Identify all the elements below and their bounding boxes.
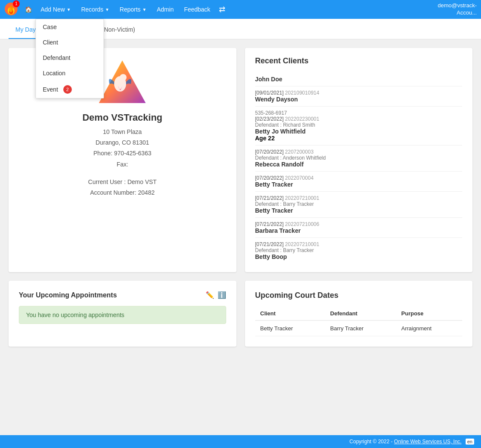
edit-icon[interactable]: ✏️ xyxy=(206,291,214,299)
col-defendant: Defendant xyxy=(325,307,396,320)
menu-item-defendant[interactable]: Defendant xyxy=(36,50,103,65)
menu-item-case[interactable]: Case xyxy=(36,19,103,35)
add-new-menu: Case Client Defendant Location Event 2 xyxy=(35,19,104,98)
language-selector[interactable]: en xyxy=(466,439,474,445)
court-dates-card: Upcoming Court Dates Client Defendant Pu… xyxy=(245,281,473,347)
menu-item-client[interactable]: Client xyxy=(36,35,103,50)
list-item[interactable]: [07/20/2022] 2022070004 Betty Tracker xyxy=(255,172,463,192)
event-badge: 2 xyxy=(63,85,72,94)
list-item[interactable]: [07/21/2022] 202207210001 Defendant : Ba… xyxy=(255,192,463,218)
reports-arrow-icon: ▼ xyxy=(142,7,147,12)
org-meta: Current User : Demo VST Account Number: … xyxy=(88,177,156,198)
list-item[interactable]: [07/21/2022] 202207210006 Barbara Tracke… xyxy=(255,218,463,238)
menu-item-event[interactable]: Event 2 xyxy=(36,81,103,98)
records-arrow-icon: ▼ xyxy=(105,7,109,12)
transfer-icon: ⇄ xyxy=(219,5,225,14)
list-item[interactable]: 535-268-6917 [02/23/2022] 202202230001 D… xyxy=(255,107,463,145)
table-row[interactable]: Betty Tracker Barry Tracker Arraignment xyxy=(255,320,463,336)
org-name: Demo VSTracking xyxy=(83,112,162,123)
transfer-button[interactable]: ⇄ xyxy=(215,0,229,19)
no-appointments-message: You have no upcoming appointments xyxy=(19,306,226,324)
user-email: demo@vstrack- xyxy=(438,2,477,9)
user-info[interactable]: demo@vstrack- Accou... xyxy=(438,2,477,17)
user-account: Accou... xyxy=(438,9,477,17)
records-nav[interactable]: Records ▼ xyxy=(76,0,115,19)
col-client: Client xyxy=(255,307,325,320)
court-dates-title: Upcoming Court Dates xyxy=(255,291,463,300)
add-new-arrow-icon: ▼ xyxy=(67,7,71,12)
list-item[interactable]: John Doe xyxy=(255,72,463,86)
recent-clients-title: Recent Clients xyxy=(255,56,463,65)
appointments-title: Your Upcoming Appointments xyxy=(19,291,117,299)
org-logo xyxy=(97,58,148,105)
app-logo[interactable]: 1 xyxy=(4,2,18,17)
court-dates-table: Client Defendant Purpose Betty Tracker B… xyxy=(255,307,463,336)
list-item[interactable]: [09/01/2021] 202109010914 Wendy Dayson xyxy=(255,86,463,107)
admin-nav[interactable]: Admin xyxy=(152,0,179,19)
footer-link[interactable]: Online Web Services US, Inc. xyxy=(394,439,462,445)
list-item[interactable]: [07/21/2022] 202207210001 Defendant : Ba… xyxy=(255,238,463,264)
svg-point-4 xyxy=(9,8,12,12)
svg-point-8 xyxy=(120,74,127,81)
feedback-nav[interactable]: Feedback xyxy=(179,0,215,19)
bottom-row: Your Upcoming Appointments ✏️ ℹ️ You hav… xyxy=(9,281,472,347)
add-new-dropdown[interactable]: Add New ▼ Case Client Defendant Location… xyxy=(35,0,76,19)
appointments-header: Your Upcoming Appointments ✏️ ℹ️ xyxy=(19,291,226,299)
home-icon: 🏠 xyxy=(25,6,32,13)
recent-clients-card: Recent Clients John Doe [09/01/2021] 202… xyxy=(245,48,473,272)
notification-badge: 1 xyxy=(13,0,20,7)
org-address: 10 Town Plaza Durango, CO 81301 Phone: 9… xyxy=(94,127,151,170)
appointments-actions: ✏️ ℹ️ xyxy=(206,291,226,299)
add-new-button[interactable]: Add New ▼ xyxy=(35,0,76,19)
menu-item-location[interactable]: Location xyxy=(36,65,103,81)
reports-nav[interactable]: Reports ▼ xyxy=(115,0,152,19)
home-button[interactable]: 🏠 xyxy=(21,0,35,19)
info-icon[interactable]: ℹ️ xyxy=(218,291,226,299)
appointments-card: Your Upcoming Appointments ✏️ ℹ️ You hav… xyxy=(9,281,236,347)
footer: Copyright © 2022 - Online Web Services U… xyxy=(0,435,481,448)
col-purpose: Purpose xyxy=(396,307,462,320)
top-navigation: 1 🏠 Add New ▼ Case Client Defendant Loca… xyxy=(0,0,481,19)
list-item[interactable]: [07/20/2022] 2207200003 Defendant : Ande… xyxy=(255,145,463,172)
